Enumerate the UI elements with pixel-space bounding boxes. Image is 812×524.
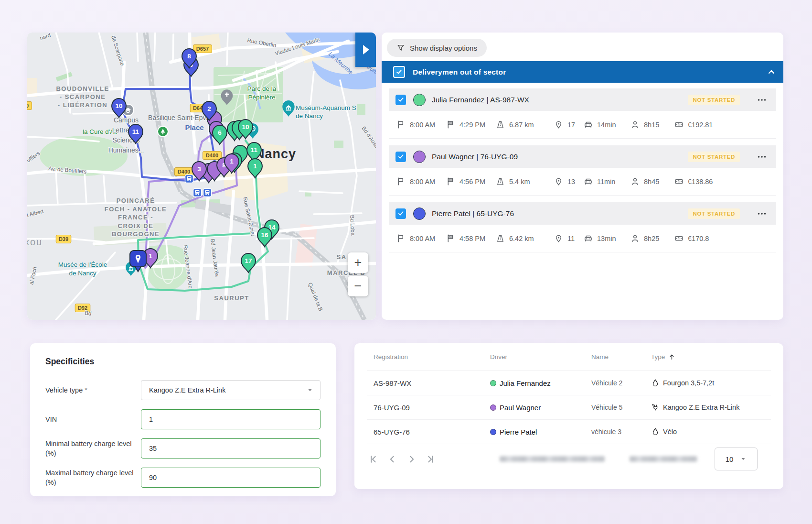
header-name[interactable]: Name [591,353,651,360]
map-canvas[interactable]: D657D400D64D400D400D39D92BOUDONVILLE- SC… [27,33,376,320]
person-icon [630,177,640,186]
row-menu-button[interactable] [757,95,767,105]
cell-type: Vélo [651,427,771,436]
stat-cash: €138.86 [674,177,728,186]
cell-name: Véhicule 2 [591,379,651,387]
max-battery-input[interactable]: 90 [141,468,321,488]
header-driver[interactable]: Driver [490,353,591,360]
location-pin-icon [554,120,563,129]
stat-pin: 17 [554,120,584,129]
cell-type: Fourgon 3,5-7,2t [651,379,771,387]
stat-value: 4:29 PM [459,121,485,129]
svg-text:1: 1 [149,252,152,260]
map[interactable]: D657D400D64D400D400D39D92BOUDONVILLE- SC… [27,33,376,320]
deliveryman-row-header[interactable]: Pierre Patel | 65-UYG-76NOT STARTED [389,202,776,225]
min-battery-input[interactable]: 35 [141,438,321,458]
avatar [413,151,426,163]
page-size-select[interactable]: 10 [715,448,758,470]
stat-value: 6.42 km [509,235,534,242]
deliveryman-stats: 8:00 AM4:29 PM6.87 km1714min8h15€192.81 [389,111,776,139]
svg-text:D64: D64 [193,105,203,111]
expand-panel-button[interactable] [355,33,376,67]
stat-value: 8h25 [644,235,659,242]
road-badge: D39 [56,235,71,243]
stat-value: €192.81 [688,121,713,129]
driver-name: Paul Wagner [500,404,541,412]
transit-station-icon[interactable] [185,175,193,183]
deliverymen-group-header[interactable]: Deliverymen out of sector [382,61,783,83]
stat-car: 11min [584,177,630,186]
table-row[interactable]: 65-UYG-76Pierre Patelvéhicule 3Vélo [367,420,771,444]
stat-person: 8h25 [630,234,674,243]
stat-value: 4:58 PM [459,235,485,242]
vehicle-type-label: Vehicle type * [45,385,141,395]
table-row[interactable]: 76-UYG-09Paul WagnerVéhicule 5Kangoo Z.E… [367,395,771,420]
first-page-button[interactable] [367,453,379,465]
map-area-label: SAURUPT [214,295,249,302]
svg-text:3: 3 [197,165,201,173]
last-page-button[interactable] [424,453,437,465]
caret-down-icon [740,456,747,462]
svg-text:1: 1 [230,158,234,165]
driver-color-dot [490,380,496,386]
deliveryman-stats: 8:00 AM4:56 PM5.4 km1311min8h45€138.86 [389,168,776,196]
cell-driver: Paul Wagner [490,404,591,412]
stat-flag: 8:00 AM [396,234,446,243]
transit-station-icon[interactable] [203,189,212,197]
map-street-label: Bd Loba [349,215,356,236]
zoom-in-button[interactable]: + [348,252,368,273]
max-battery-label: Maximal battery charge level (%) [45,468,141,488]
svg-text:D39: D39 [59,236,68,242]
stat-value: 11 [567,235,575,242]
show-display-options-label: Show display options [410,44,477,52]
deliveryman-row-header[interactable]: Paul Wagner | 76-UYG-09NOT STARTED [389,145,776,168]
transit-station-icon[interactable] [193,189,202,197]
deliveryman-checkbox[interactable] [395,95,406,105]
show-display-options-button[interactable]: Show display options [387,39,487,57]
vin-input[interactable]: 1 [141,409,321,429]
svg-text:10: 10 [242,123,249,131]
table-row[interactable]: AS-987-WXJulia FernandezVéhicule 2Fourgo… [367,371,771,395]
cell-driver: Julia Fernandez [490,379,591,387]
banknote-icon [674,177,684,186]
map-street-label: Bd [85,310,92,317]
stat-value: 11min [597,178,615,186]
stat-person: 8h15 [630,120,674,129]
check-icon [397,210,405,217]
deliveryman-row-header[interactable]: Julia Fernandez | AS-987-WXNOT STARTED [389,88,776,111]
deliveryman-name: Pierre Patel | 65-UYG-76 [432,209,514,218]
zoom-out-button[interactable]: − [348,276,368,296]
stat-value: 13min [597,235,616,242]
ellipsis-icon [757,95,767,105]
start-flag-icon [396,177,406,186]
items-per-page-text-blurred [630,456,697,462]
sort-ascending-icon [668,353,675,360]
group-checkbox[interactable] [393,66,405,78]
vin-label: VIN [45,415,141,424]
row-menu-button[interactable] [757,209,767,218]
status-badge: NOT STARTED [688,208,740,219]
deliveryman-checkbox[interactable] [395,208,406,219]
fuel-icon [651,379,660,387]
svg-text:10: 10 [115,102,122,109]
cell-name: Véhicule 5 [591,404,651,411]
location-pin-icon [554,177,563,186]
pagination-range-text-blurred [500,456,605,462]
header-registration[interactable]: Registration [367,353,490,360]
chevron-up-icon[interactable] [767,67,776,77]
cell-type: Kangoo Z.E Extra R-Link [651,403,771,412]
next-page-button[interactable] [405,453,417,465]
stat-road: 6.42 km [496,234,554,243]
type-label: Fourgon 3,5-7,2t [663,379,714,387]
header-type[interactable]: Type [651,353,771,360]
deliveryman-checkbox[interactable] [395,152,406,162]
plug-icon [651,403,660,412]
stat-pin: 13 [554,177,584,186]
road-icon [496,120,505,129]
vehicle-type-field: Vehicle type * Kangoo Z.E Extra R-Link [45,380,321,400]
previous-page-button[interactable] [386,453,398,465]
vehicle-type-select[interactable]: Kangoo Z.E Extra R-Link [141,380,321,400]
svg-text:6: 6 [218,129,222,136]
map-poi-label: Place [185,123,203,131]
row-menu-button[interactable] [757,152,767,162]
